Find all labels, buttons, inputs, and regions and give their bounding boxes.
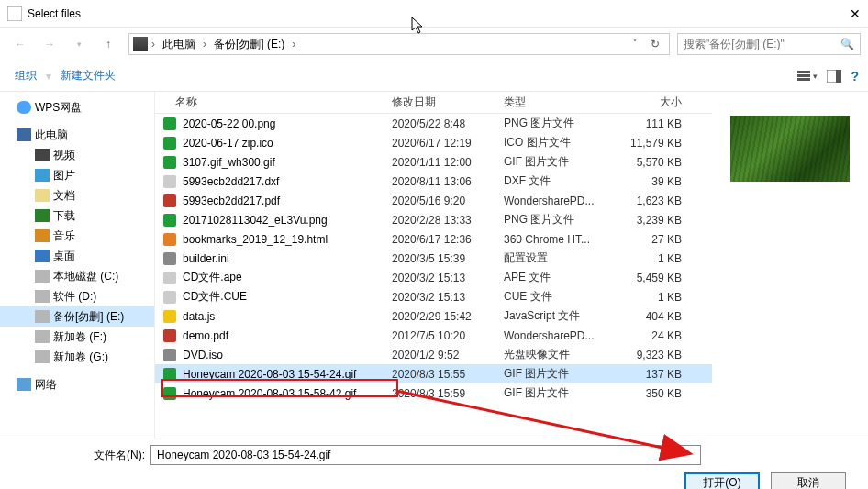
address-bar[interactable]: › 此电脑 › 备份[勿删] (E:) › ˅ ↻ bbox=[128, 33, 670, 55]
back-button[interactable]: ← bbox=[7, 31, 33, 57]
filename-label: 文件名(N): bbox=[17, 448, 145, 463]
svg-rect-14 bbox=[163, 272, 176, 284]
drive-icon bbox=[35, 290, 50, 303]
sidebar-item-music[interactable]: 音乐 bbox=[0, 226, 154, 246]
app-icon bbox=[7, 6, 22, 21]
column-name[interactable]: 名称 bbox=[175, 94, 392, 110]
title-bar: Select files ✕ bbox=[0, 0, 868, 28]
file-date: 2020/5/22 8:48 bbox=[392, 117, 504, 130]
column-type[interactable]: 类型 bbox=[504, 94, 616, 110]
close-button[interactable]: ✕ bbox=[824, 6, 861, 21]
toolbar: 组织 ▾ 新建文件夹 ▾ ? bbox=[0, 61, 868, 92]
up-button[interactable]: ↑ bbox=[95, 31, 121, 57]
svg-rect-17 bbox=[163, 329, 176, 342]
sidebar-item-wps[interactable]: WPS网盘 bbox=[0, 97, 154, 117]
file-type: CUE 文件 bbox=[504, 289, 616, 305]
svg-rect-20 bbox=[163, 387, 176, 400]
sidebar-tree: WPS网盘 此电脑 视频 图片 文档 下载 音乐 桌面 本地磁盘 (C:) 软件… bbox=[0, 92, 154, 439]
file-icon bbox=[162, 271, 177, 285]
address-dropdown[interactable]: ˅ bbox=[629, 38, 641, 50]
organize-button[interactable]: 组织 bbox=[9, 64, 42, 87]
file-row[interactable]: 2020-06-17 zip.ico2020/6/17 12:19ICO 图片文… bbox=[155, 133, 712, 152]
file-date: 2020/8/11 13:06 bbox=[392, 175, 504, 188]
sidebar-item-desktop[interactable]: 桌面 bbox=[0, 246, 154, 266]
file-row[interactable]: 20171028113042_eL3Vu.png2020/2/28 13:33P… bbox=[155, 210, 712, 229]
file-icon bbox=[162, 155, 177, 170]
file-type: 360 Chrome HT... bbox=[504, 233, 616, 246]
svg-rect-7 bbox=[163, 137, 176, 150]
file-row[interactable]: CD文件.ape2020/3/2 15:13APE 文件5,459 KB bbox=[155, 268, 712, 287]
sidebar-item-videos[interactable]: 视频 bbox=[0, 145, 154, 165]
file-row[interactable]: 2020-05-22 00.png2020/5/22 8:48PNG 图片文件1… bbox=[155, 114, 712, 133]
file-name: 2020-05-22 00.png bbox=[183, 117, 392, 130]
file-icon bbox=[162, 367, 177, 382]
refresh-button[interactable]: ↻ bbox=[645, 38, 665, 50]
help-button[interactable]: ? bbox=[851, 69, 859, 83]
file-date: 2020/6/17 12:19 bbox=[392, 137, 504, 150]
preview-pane-button[interactable] bbox=[827, 70, 841, 83]
file-name: 2020-06-17 zip.ico bbox=[183, 137, 392, 150]
column-date[interactable]: 修改日期 bbox=[392, 94, 504, 110]
file-size: 27 KB bbox=[616, 233, 687, 246]
cloud-icon bbox=[17, 101, 31, 114]
desktop-icon bbox=[35, 250, 50, 262]
sidebar-item-drive-d[interactable]: 软件 (D:) bbox=[0, 286, 154, 306]
file-size: 137 KB bbox=[616, 368, 687, 381]
file-row[interactable]: Honeycam 2020-08-03 15-58-42.gif2020/8/3… bbox=[155, 383, 712, 403]
sidebar-item-drive-c[interactable]: 本地磁盘 (C:) bbox=[0, 266, 154, 286]
filename-input[interactable] bbox=[150, 445, 701, 465]
file-size: 9,323 KB bbox=[616, 349, 687, 361]
column-size[interactable]: 大小 bbox=[616, 94, 687, 110]
sidebar-item-drive-f[interactable]: 新加卷 (F:) bbox=[0, 327, 154, 347]
file-list[interactable]: 2020-05-22 00.png2020/5/22 8:48PNG 图片文件1… bbox=[155, 114, 712, 439]
file-type: GIF 图片文件 bbox=[504, 366, 616, 382]
view-mode-button[interactable]: ▾ bbox=[796, 70, 818, 83]
new-folder-button[interactable]: 新建文件夹 bbox=[55, 64, 121, 87]
svg-rect-9 bbox=[163, 175, 176, 188]
file-icon bbox=[162, 117, 177, 131]
svg-rect-11 bbox=[163, 214, 176, 227]
file-icon bbox=[162, 328, 177, 343]
search-input[interactable] bbox=[684, 38, 840, 50]
chevron-right-icon: › bbox=[151, 38, 155, 50]
file-icon bbox=[162, 194, 177, 208]
file-type: PNG 图片文件 bbox=[504, 116, 616, 131]
file-row[interactable]: builder.ini2020/3/5 15:39配置设置1 KB bbox=[155, 249, 712, 268]
preview-pane bbox=[712, 92, 868, 439]
sidebar-item-downloads[interactable]: 下载 bbox=[0, 206, 154, 226]
breadcrumb-path[interactable]: 备份[勿删] (E:) bbox=[210, 35, 288, 54]
file-icon bbox=[162, 386, 177, 401]
file-name: 5993ecb2dd217.dxf bbox=[183, 175, 392, 188]
recent-dropdown[interactable]: ▾ bbox=[66, 31, 92, 57]
drive-icon bbox=[35, 310, 50, 323]
file-icon bbox=[162, 251, 177, 266]
file-name: bookmarks_2019_12_19.html bbox=[183, 233, 392, 246]
file-row[interactable]: CD文件.CUE2020/3/2 15:13CUE 文件1 KB bbox=[155, 287, 712, 306]
sidebar-item-thispc[interactable]: 此电脑 bbox=[0, 125, 154, 145]
file-row[interactable]: demo.pdf2012/7/5 10:20WondersharePD...24… bbox=[155, 326, 712, 345]
sidebar-item-network[interactable]: 网络 bbox=[0, 374, 154, 395]
forward-button[interactable]: → bbox=[37, 31, 62, 57]
file-name: DVD.iso bbox=[183, 349, 392, 361]
file-row[interactable]: 5993ecb2dd217.dxf2020/8/11 13:06DXF 文件39… bbox=[155, 172, 712, 191]
file-type: 光盘映像文件 bbox=[504, 347, 616, 362]
svg-rect-1 bbox=[797, 71, 810, 73]
open-button[interactable]: 打开(O) bbox=[684, 472, 760, 489]
file-row[interactable]: DVD.iso2020/1/2 9:52光盘映像文件9,323 KB bbox=[155, 345, 712, 364]
file-row[interactable]: 3107.gif_wh300.gif2020/1/11 12:00GIF 图片文… bbox=[155, 152, 712, 172]
sidebar-item-drive-e[interactable]: 备份[勿删] (E:) bbox=[0, 306, 154, 327]
sidebar-item-documents[interactable]: 文档 bbox=[0, 185, 154, 206]
svg-rect-18 bbox=[163, 349, 176, 361]
file-row[interactable]: 5993ecb2dd217.pdf2020/5/16 9:20Wondersha… bbox=[155, 191, 712, 210]
breadcrumb-root[interactable]: 此电脑 bbox=[159, 35, 199, 54]
sidebar-item-drive-g[interactable]: 新加卷 (G:) bbox=[0, 347, 154, 367]
file-row[interactable]: bookmarks_2019_12_19.html2020/6/17 12:36… bbox=[155, 229, 712, 249]
file-row[interactable]: data.js2020/2/29 15:42JavaScript 文件404 K… bbox=[155, 306, 712, 326]
file-row[interactable]: Honeycam 2020-08-03 15-54-24.gif2020/8/3… bbox=[155, 364, 712, 383]
search-box[interactable]: 🔍 bbox=[677, 33, 861, 55]
svg-rect-2 bbox=[797, 74, 810, 77]
column-headers: 名称 修改日期 类型 大小 bbox=[155, 92, 712, 114]
cancel-button[interactable]: 取消 bbox=[771, 472, 846, 489]
file-icon bbox=[162, 232, 177, 247]
sidebar-item-pictures[interactable]: 图片 bbox=[0, 165, 154, 185]
